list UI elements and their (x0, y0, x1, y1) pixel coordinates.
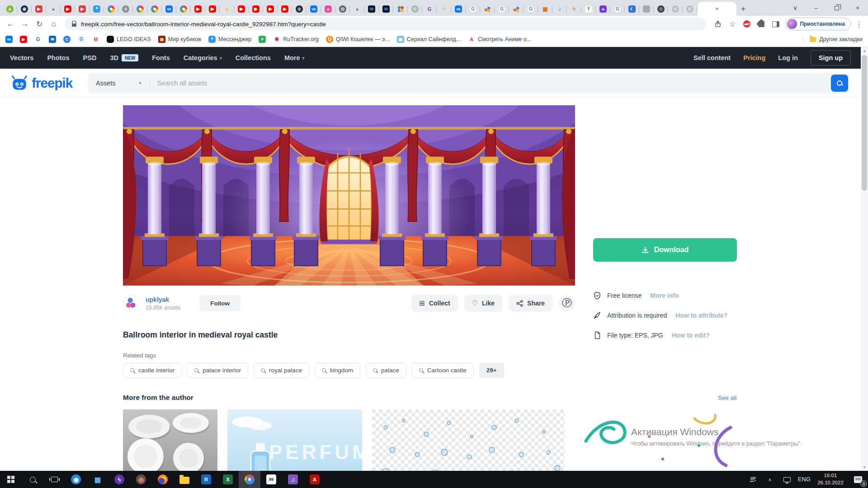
close-icon[interactable]: × (847, 0, 868, 16)
how-to-attribute-link[interactable]: How to attribute? (675, 312, 727, 319)
tab-color-dots-3[interactable] (480, 2, 495, 16)
bookmark-messenger[interactable]: ❝Мессенджер (208, 36, 251, 43)
tab-music-pink[interactable]: ılı (321, 2, 335, 16)
nav-sign-up[interactable]: Sign up (811, 50, 851, 66)
nav-more[interactable]: More▾ (284, 54, 305, 61)
tab-yandex[interactable]: Y (581, 2, 596, 16)
nav-fonts[interactable]: Fonts (152, 54, 170, 61)
tab-equalizer-purple[interactable]: ılı (596, 2, 610, 16)
like-button[interactable]: ♡ Like (464, 295, 502, 312)
tab-bolt-orange[interactable]: ϟ (567, 2, 581, 16)
task-view-button[interactable] (43, 471, 65, 488)
tab-youtube[interactable]: ▶ (205, 2, 220, 16)
tab-close-icon[interactable]: × (715, 5, 719, 12)
bookmark-kino-c[interactable]: C (63, 36, 71, 43)
new-tab-button[interactable]: + (736, 2, 750, 16)
tab-wallpaper-engine[interactable]: W (379, 2, 393, 16)
pinterest-button[interactable]: Ⓟ (559, 295, 575, 311)
tab-youtube[interactable]: ▶ (263, 2, 278, 16)
taskbar-search-button[interactable] (22, 471, 43, 488)
page-scrollbar[interactable]: ▲ ▼ (861, 47, 868, 471)
tray-chevron-icon[interactable]: ∧ (761, 471, 778, 488)
taskbar-daemon-tools[interactable]: ϟ (108, 471, 130, 488)
vpn-extension-icon[interactable] (740, 17, 754, 31)
tab-chrome-gray[interactable]: ◎ (654, 2, 668, 16)
tab-steam[interactable]: ◉ (17, 2, 32, 16)
active-tab[interactable]: × (698, 2, 736, 16)
tab-youtube[interactable]: ▶ (61, 2, 75, 16)
nav-sell-content[interactable]: Sell content (693, 54, 731, 61)
search-input[interactable] (150, 80, 831, 87)
share-icon[interactable] (711, 17, 725, 31)
taskbar-file-explorer[interactable] (174, 471, 195, 488)
author-avatar[interactable] (123, 295, 140, 312)
taskbar-media-player[interactable]: ◉ (65, 471, 87, 488)
thumbnail-perfume-banner[interactable]: PERFUM (227, 409, 362, 471)
tab-google-drive[interactable]: ▲ (350, 2, 364, 16)
tab-color-dots[interactable] (393, 2, 408, 16)
taskbar-groove-music[interactable]: ♫ (282, 471, 304, 488)
bookmark-google[interactable]: G (34, 36, 42, 43)
tab-google-drive[interactable]: ▲ (46, 2, 61, 16)
share-button[interactable]: Share (509, 295, 552, 312)
tags-more-button[interactable]: 29+ (479, 363, 504, 378)
tab-video-red[interactable]: ▶ (32, 2, 46, 16)
tab-gray-app[interactable] (639, 2, 654, 16)
tab-moon-blue[interactable]: ☾ (625, 2, 639, 16)
tab-c-gray[interactable]: C (408, 2, 422, 16)
nav-pricing[interactable]: Pricing (743, 54, 765, 61)
bookmark-green-app[interactable]: ➤ (259, 36, 266, 43)
nav-collections[interactable]: Collections (236, 54, 271, 61)
tag-kingdom[interactable]: kingdom (315, 363, 360, 378)
tab-google-rainbow[interactable] (104, 2, 118, 16)
taskbar-acrobat[interactable]: A (304, 471, 326, 488)
bookmark-seinfeld[interactable]: ▣Сериал Сайнфелд... (397, 36, 461, 43)
tab-google[interactable]: G (524, 2, 538, 16)
tab-google[interactable]: G (495, 2, 509, 16)
profile-chip[interactable]: Приостановлена (785, 18, 851, 30)
tab-c-gray[interactable]: C (683, 2, 697, 16)
start-button[interactable] (0, 471, 22, 488)
extensions-puzzle-icon[interactable] (755, 17, 768, 31)
bookmark-anime[interactable]: АСмотреть Аниме о... (468, 36, 531, 43)
tab-youtube[interactable]: ▶ (234, 2, 249, 16)
taskbar-firefox[interactable] (152, 471, 174, 488)
search-button[interactable] (831, 75, 848, 92)
tab-music-note[interactable]: ♪ (552, 2, 567, 16)
bookmark-star-icon[interactable]: ☆ (726, 17, 739, 31)
nav-psd[interactable]: PSD (83, 54, 97, 61)
bookmark-lego-ideas[interactable]: LEGO IDEAS (107, 36, 151, 43)
collect-button[interactable]: ⊞ Collect (411, 295, 458, 312)
follow-button[interactable]: Follow (199, 295, 241, 311)
back-icon[interactable]: ← (4, 17, 17, 31)
search-category-dropdown[interactable]: Assets ▾ (88, 77, 150, 89)
thumbnail-water-drops[interactable] (372, 409, 565, 471)
tab-color-dots-3[interactable] (509, 2, 524, 16)
people-button[interactable] (744, 471, 761, 488)
nav-vectors[interactable]: Vectors (10, 54, 33, 61)
taskbar-excel[interactable]: X (217, 471, 239, 488)
tab-search-icon[interactable]: ∨ (785, 0, 806, 16)
minimize-icon[interactable]: – (806, 0, 826, 16)
bookmark-vk[interactable]: VK (5, 36, 13, 43)
tab-google-rainbow[interactable] (176, 2, 191, 16)
forward-icon[interactable]: → (18, 17, 32, 31)
tab-google-rainbow[interactable] (133, 2, 147, 16)
tab-google-rainbow[interactable] (147, 2, 162, 16)
taskbar-r7-office[interactable]: R (195, 471, 217, 488)
scroll-up-icon[interactable]: ▲ (861, 47, 868, 54)
tab-grid-orange[interactable]: ▦ (538, 2, 552, 16)
bookmark-gmail[interactable]: M (92, 36, 99, 43)
tab-vk[interactable]: VK (162, 2, 176, 16)
tab-c-gray[interactable]: C (668, 2, 683, 16)
tag-castle-interior[interactable]: castle interior (123, 363, 182, 378)
other-bookmarks-button[interactable]: Другие закладки (803, 36, 863, 42)
more-info-link[interactable]: More info (650, 292, 679, 299)
tab-vk[interactable]: VK (307, 2, 321, 16)
thumbnail-white-plates[interactable] (123, 409, 217, 471)
bookmark-mir-kubikov[interactable]: ▦Мир кубиков (158, 36, 201, 43)
tab-steam-dark[interactable]: ◉ (292, 2, 307, 16)
nav-log-in[interactable]: Log in (778, 54, 798, 61)
thumbnail-color-ribbons[interactable] (581, 409, 738, 471)
download-button[interactable]: Download (593, 238, 737, 262)
